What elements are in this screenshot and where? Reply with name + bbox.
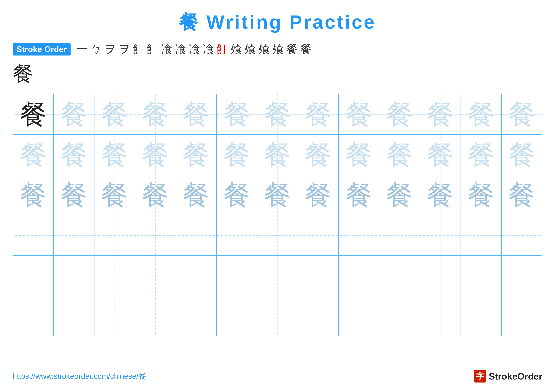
char-light: 餐 [468,140,495,170]
char-light: 餐 [305,100,332,129]
grid-cell-r3c10: 餐 [379,175,420,215]
grid-cell-r4c8 [298,215,339,256]
char-medium: 餐 [60,180,87,210]
grid-cell-r6c7 [257,296,298,336]
stroke-16: 餐 [285,42,299,57]
grid-cell-r5c10 [379,256,420,296]
grid-cell-r5c4 [135,256,175,296]
grid-cell-r2c3: 餐 [94,135,135,175]
grid-cell-r3c4: 餐 [135,175,175,215]
grid-cell-r6c8 [298,296,339,336]
stroke-17: 餐 [299,42,313,57]
char-light: 餐 [468,100,495,129]
stroke-11: 飣 [215,42,229,57]
grid-cell-r6c13 [502,296,542,336]
stroke-8: 飡 [174,42,188,57]
char-medium: 餐 [142,180,169,210]
char-medium: 餐 [468,180,495,210]
grid-cell-r2c2: 餐 [53,135,94,175]
grid-cell-r5c13 [502,256,542,296]
stroke-order-label: Stroke Order [13,43,71,56]
char-light: 餐 [264,140,291,170]
grid-cell-r2c5: 餐 [176,135,216,175]
grid-cell-r2c8: 餐 [298,135,339,175]
stroke-13: 飧 [243,42,257,57]
grid-cell-r3c2: 餐 [53,175,94,215]
grid-cell-r1c4: 餐 [135,94,175,135]
table-row: 餐 餐 餐 餐 餐 餐 餐 餐 餐 餐 餐 餐 餐 [13,175,542,215]
footer-url[interactable]: https://www.strokeorder.com/chinese/餐 [13,371,146,381]
char-medium: 餐 [223,180,250,210]
char-light: 餐 [101,100,128,129]
char-light: 餐 [223,140,250,170]
stroke-10: 飡 [201,42,215,57]
logo-text: StrokeOrder [489,371,542,382]
char-light: 餐 [386,140,413,170]
grid-cell-r3c3: 餐 [94,175,135,215]
grid-cell-r5c12 [461,256,501,296]
char-light: 餐 [345,140,372,170]
stroke-2: ㄅ [89,42,103,57]
char-light: 餐 [20,140,47,170]
grid-cell-r6c6 [216,296,257,336]
grid-cell-r5c5 [176,256,216,296]
grid-cell-r5c8 [298,256,339,296]
grid-cell-r6c5 [176,296,216,336]
practice-grid: 餐 餐 餐 餐 餐 餐 餐 餐 餐 餐 餐 餐 餐 餐 餐 餐 餐 [13,94,542,336]
grid-cell-r2c7: 餐 [257,135,298,175]
stroke-15: 飧 [271,42,285,57]
stroke-14: 飧 [257,42,271,57]
grid-cell-r6c10 [379,296,420,336]
grid-cell-r6c4 [135,296,175,336]
grid-cell-r6c1 [13,296,53,336]
grid-cell-r1c1: 餐 [13,94,53,135]
grid-cell-r4c7 [257,215,298,256]
grid-cell-r1c8: 餐 [298,94,339,135]
char-light: 餐 [386,100,413,129]
grid-cell-r2c13: 餐 [502,135,542,175]
main-char-display: 餐 [0,58,555,91]
grid-cell-r6c12 [461,296,501,336]
grid-cell-r4c3 [94,215,135,256]
table-row [13,215,542,256]
grid-cell-r4c6 [216,215,257,256]
grid-cell-r1c12: 餐 [461,94,501,135]
practice-grid-container: 餐 餐 餐 餐 餐 餐 餐 餐 餐 餐 餐 餐 餐 餐 餐 餐 餐 [0,94,555,336]
grid-cell-r4c5 [176,215,216,256]
footer: https://www.strokeorder.com/chinese/餐 字 … [13,370,542,383]
grid-cell-r4c2 [53,215,94,256]
grid-cell-r4c1 [13,215,53,256]
stroke-6: 飠 [146,42,160,57]
grid-cell-r3c12: 餐 [461,175,501,215]
char-light: 餐 [305,140,332,170]
stroke-chars: 一 ㄅ ヲ ヲ 飠 飠 飡 飡 飡 飡 飣 飧 飧 飧 飧 餐 餐 [75,42,313,57]
grid-cell-r2c4: 餐 [135,135,175,175]
stroke-order-section: Stroke Order 一 ㄅ ヲ ヲ 飠 飠 飡 飡 飡 飡 飣 飧 飧 飧… [0,35,555,58]
char-medium: 餐 [345,180,372,210]
char-medium: 餐 [386,180,413,210]
char-light: 餐 [183,140,210,170]
grid-cell-r2c12: 餐 [461,135,501,175]
stroke-5: 飠 [132,42,146,57]
char-dark: 餐 [20,100,47,129]
grid-cell-r5c9 [339,256,379,296]
stroke-4: ヲ [117,42,132,57]
char-medium: 餐 [101,180,128,210]
table-row [13,256,542,296]
grid-cell-r3c8: 餐 [298,175,339,215]
footer-logo: 字 StrokeOrder [474,370,542,383]
char-light: 餐 [60,100,87,129]
grid-cell-r4c10 [379,215,420,256]
char-medium: 餐 [427,180,454,210]
grid-cell-r1c11: 餐 [420,94,461,135]
char-light: 餐 [60,140,87,170]
char-light: 餐 [427,100,454,129]
grid-cell-r2c6: 餐 [216,135,257,175]
char-light: 餐 [183,100,210,129]
grid-cell-r4c11 [420,215,461,256]
grid-cell-r6c2 [53,296,94,336]
grid-cell-r6c11 [420,296,461,336]
grid-cell-r4c4 [135,215,175,256]
table-row: 餐 餐 餐 餐 餐 餐 餐 餐 餐 餐 餐 餐 餐 [13,135,542,175]
char-light: 餐 [345,100,372,129]
